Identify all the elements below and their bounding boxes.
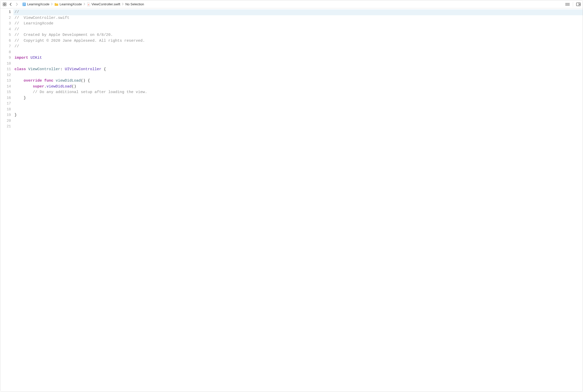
code-line[interactable]: [13, 50, 583, 55]
code-line[interactable]: [13, 101, 583, 107]
code-token: //: [14, 27, 19, 32]
line-number[interactable]: 5: [0, 32, 11, 38]
chevron-right-icon: [15, 3, 18, 6]
add-editor-icon: [576, 3, 581, 6]
breadcrumb-separator: [51, 3, 53, 6]
code-token: :: [60, 67, 65, 71]
line-number[interactable]: 21: [0, 124, 11, 130]
code-line[interactable]: [13, 118, 583, 124]
line-number[interactable]: 12: [0, 72, 11, 78]
code-token: }: [14, 96, 26, 100]
code-token: }: [14, 113, 17, 117]
line-number[interactable]: 20: [0, 118, 11, 124]
chevron-left-icon: [9, 3, 12, 6]
code-token: // ViewController.swift: [14, 16, 69, 20]
line-number[interactable]: 19: [0, 112, 11, 118]
code-line[interactable]: }: [13, 112, 583, 118]
breadcrumb-group[interactable]: LearningXcode: [53, 2, 83, 7]
code-token: import: [14, 56, 28, 60]
code-line[interactable]: // LearningXcode: [13, 21, 583, 27]
adjust-editor-options-icon: [565, 3, 570, 6]
code-line[interactable]: [13, 124, 583, 130]
breadcrumb-group-label: LearningXcode: [59, 2, 82, 6]
line-number[interactable]: 10: [0, 61, 11, 67]
code-line[interactable]: // Copyright © 2020 Jane Appleseed. All …: [13, 38, 583, 44]
line-number[interactable]: 17: [0, 101, 11, 107]
code-line[interactable]: //: [13, 27, 583, 33]
nav-back-button[interactable]: [8, 2, 13, 7]
breadcrumb-selection-label: No Selection: [125, 2, 144, 6]
line-number[interactable]: 1: [0, 9, 11, 15]
code-line[interactable]: }: [13, 95, 583, 101]
add-editor-button[interactable]: [576, 2, 581, 7]
code-line[interactable]: //: [13, 44, 583, 50]
swift-file-icon: [87, 2, 90, 6]
code-line[interactable]: // Do any additional setup after loading…: [13, 89, 583, 95]
breadcrumb-selection[interactable]: No Selection: [124, 2, 145, 7]
line-number[interactable]: 15: [0, 89, 11, 95]
code-token: [14, 84, 33, 89]
line-number[interactable]: 2: [0, 15, 11, 21]
breadcrumb-file[interactable]: ViewController.swift: [86, 2, 121, 7]
line-number[interactable]: 11: [0, 67, 11, 72]
svg-rect-3: [5, 5, 6, 6]
code-area[interactable]: //// ViewController.swift// LearningXcod…: [13, 8, 583, 392]
code-token: override: [24, 79, 42, 83]
line-number[interactable]: 8: [0, 50, 11, 55]
svg-rect-8: [23, 5, 24, 5]
project-icon: [22, 2, 26, 6]
svg-rect-6: [23, 4, 25, 4]
toolbar-divider: [573, 2, 573, 7]
code-line[interactable]: // ViewController.swift: [13, 15, 583, 21]
code-token: [14, 90, 33, 94]
code-token: viewDidLoad: [56, 79, 81, 83]
code-token: // LearningXcode: [14, 21, 53, 26]
code-line[interactable]: class ViewController: UIViewController {: [13, 67, 583, 72]
line-number[interactable]: 13: [0, 78, 11, 84]
code-token: () {: [81, 79, 90, 83]
code-token: [42, 79, 44, 83]
breadcrumb-separator: [122, 3, 124, 6]
line-number[interactable]: 7: [0, 44, 11, 50]
related-items-icon: [3, 3, 6, 6]
code-token: [53, 79, 56, 83]
line-number[interactable]: 18: [0, 107, 11, 113]
source-editor[interactable]: 123456789101112131415161718192021 //// V…: [0, 8, 583, 392]
code-line[interactable]: import UIKit: [13, 55, 583, 61]
jumpbar-right-controls: [563, 2, 581, 7]
code-token: // Do any additional setup after loading…: [33, 90, 147, 94]
code-line[interactable]: //: [13, 9, 583, 15]
line-number[interactable]: 14: [0, 84, 11, 90]
code-line[interactable]: [13, 107, 583, 113]
svg-rect-5: [23, 3, 25, 4]
breadcrumb-project[interactable]: LearningXcode: [21, 2, 50, 7]
code-line[interactable]: // Created by Apple Development on 6/8/2…: [13, 32, 583, 38]
breadcrumb-project-label: LearningXcode: [27, 2, 49, 6]
code-line[interactable]: override func viewDidLoad() {: [13, 78, 583, 84]
svg-rect-0: [3, 3, 4, 4]
code-token: class: [14, 67, 26, 71]
code-token: //: [14, 44, 19, 49]
code-token: viewDidLoad: [47, 84, 72, 89]
code-line[interactable]: [13, 61, 583, 67]
code-token: (): [72, 84, 76, 89]
line-number[interactable]: 4: [0, 27, 11, 33]
line-number[interactable]: 6: [0, 38, 11, 44]
code-token: // Copyright © 2020 Jane Appleseed. All …: [14, 39, 145, 43]
nav-forward-button[interactable]: [14, 2, 20, 7]
breadcrumb: LearningXcode LearningXcode Vi: [20, 2, 563, 7]
code-line[interactable]: [13, 72, 583, 78]
code-line[interactable]: super.viewDidLoad(): [13, 84, 583, 90]
line-number-gutter[interactable]: 123456789101112131415161718192021: [0, 8, 13, 392]
code-token: .: [44, 84, 47, 89]
code-token: // Created by Apple Development on 6/8/2…: [14, 33, 113, 37]
related-items-button[interactable]: [2, 2, 7, 7]
line-number[interactable]: 16: [0, 95, 11, 101]
code-token: UIViewController: [65, 67, 101, 71]
code-token: UIKit: [30, 56, 42, 60]
line-number[interactable]: 9: [0, 55, 11, 61]
adjust-editor-options-button[interactable]: [565, 2, 570, 7]
code-token: super: [33, 84, 44, 89]
code-token: func: [44, 79, 53, 83]
line-number[interactable]: 3: [0, 21, 11, 27]
